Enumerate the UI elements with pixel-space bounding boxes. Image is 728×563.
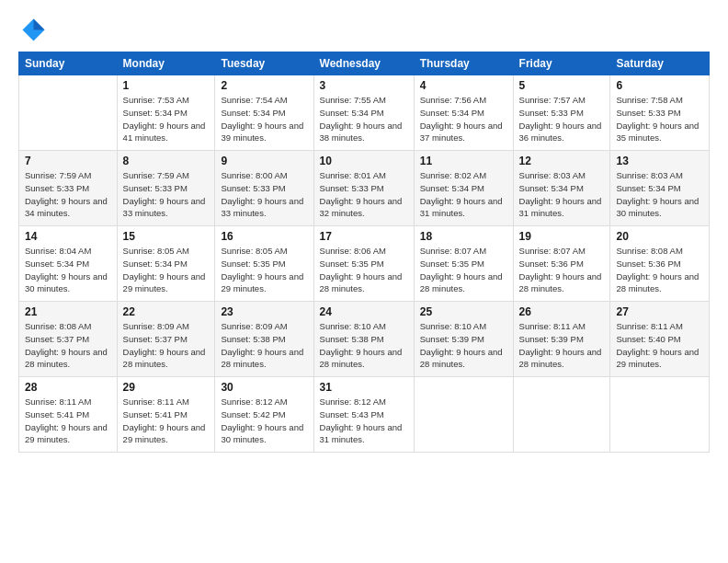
cell-info: Sunrise: 8:09 AMSunset: 5:38 PMDaylight:… (221, 320, 307, 371)
col-header-wednesday: Wednesday (313, 52, 414, 75)
cell-info: Sunrise: 8:06 AMSunset: 5:35 PMDaylight:… (320, 245, 408, 295)
cell-info: Sunrise: 8:02 AMSunset: 5:34 PMDaylight:… (420, 169, 507, 220)
calendar-cell: 2Sunrise: 7:54 AMSunset: 5:34 PMDaylight… (215, 75, 313, 151)
cell-info: Sunrise: 7:58 AMSunset: 5:33 PMDaylight:… (616, 94, 703, 144)
calendar-cell (610, 377, 710, 453)
cell-info: Sunrise: 7:55 AMSunset: 5:34 PMDaylight:… (320, 94, 408, 144)
cell-info: Sunrise: 7:56 AMSunset: 5:34 PMDaylight:… (420, 94, 507, 144)
svg-marker-1 (34, 19, 45, 30)
calendar-cell: 1Sunrise: 7:53 AMSunset: 5:34 PMDaylight… (117, 75, 215, 151)
cell-info: Sunrise: 8:11 AMSunset: 5:41 PMDaylight:… (25, 396, 111, 446)
col-header-friday: Friday (513, 52, 610, 75)
calendar-cell: 17Sunrise: 8:06 AMSunset: 5:35 PMDayligh… (313, 226, 414, 302)
day-number: 24 (320, 305, 408, 318)
day-number: 10 (320, 155, 408, 167)
day-number: 18 (420, 230, 507, 243)
cell-info: Sunrise: 8:10 AMSunset: 5:38 PMDaylight:… (320, 320, 408, 371)
col-header-sunday: Sunday (19, 52, 118, 75)
calendar-cell: 27Sunrise: 8:11 AMSunset: 5:40 PMDayligh… (610, 302, 710, 377)
cell-info: Sunrise: 8:11 AMSunset: 5:40 PMDaylight:… (616, 320, 703, 371)
cell-info: Sunrise: 7:59 AMSunset: 5:33 PMDaylight:… (123, 169, 210, 220)
week-row-1: 7Sunrise: 7:59 AMSunset: 5:33 PMDaylight… (19, 151, 710, 226)
cell-info: Sunrise: 7:59 AMSunset: 5:33 PMDaylight:… (25, 169, 111, 220)
col-header-monday: Monday (117, 52, 215, 75)
calendar-cell: 5Sunrise: 7:57 AMSunset: 5:33 PMDaylight… (513, 75, 610, 151)
day-number: 2 (221, 79, 307, 92)
calendar-cell: 30Sunrise: 8:12 AMSunset: 5:42 PMDayligh… (215, 377, 313, 453)
cell-info: Sunrise: 7:53 AMSunset: 5:34 PMDaylight:… (123, 94, 210, 144)
day-number: 26 (519, 305, 605, 318)
cell-info: Sunrise: 8:05 AMSunset: 5:35 PMDaylight:… (221, 245, 307, 295)
calendar-cell: 18Sunrise: 8:07 AMSunset: 5:35 PMDayligh… (414, 226, 513, 302)
calendar-cell: 3Sunrise: 7:55 AMSunset: 5:34 PMDaylight… (313, 75, 414, 151)
week-row-4: 28Sunrise: 8:11 AMSunset: 5:41 PMDayligh… (19, 377, 710, 453)
day-number: 11 (420, 155, 507, 167)
cell-info: Sunrise: 8:10 AMSunset: 5:39 PMDaylight:… (420, 320, 507, 371)
day-number: 8 (123, 155, 210, 167)
day-number: 6 (616, 79, 703, 92)
day-number: 16 (221, 230, 307, 243)
cell-info: Sunrise: 8:01 AMSunset: 5:33 PMDaylight:… (320, 169, 408, 220)
calendar-cell: 25Sunrise: 8:10 AMSunset: 5:39 PMDayligh… (414, 302, 513, 377)
cell-info: Sunrise: 7:54 AMSunset: 5:34 PMDaylight:… (221, 94, 307, 144)
day-number: 13 (616, 155, 703, 167)
day-number: 29 (123, 381, 210, 394)
day-number: 22 (123, 305, 210, 318)
logo (18, 15, 50, 42)
day-number: 21 (25, 305, 111, 318)
cell-info: Sunrise: 8:05 AMSunset: 5:34 PMDaylight:… (123, 245, 210, 295)
day-number: 5 (519, 79, 605, 92)
day-number: 17 (320, 230, 408, 243)
calendar-cell (513, 377, 610, 453)
day-number: 23 (221, 305, 307, 318)
cell-info: Sunrise: 8:11 AMSunset: 5:39 PMDaylight:… (519, 320, 605, 371)
calendar-cell: 15Sunrise: 8:05 AMSunset: 5:34 PMDayligh… (117, 226, 215, 302)
day-number: 7 (25, 155, 111, 167)
page: SundayMondayTuesdayWednesdayThursdayFrid… (0, 0, 728, 563)
col-header-thursday: Thursday (414, 52, 513, 75)
day-number: 1 (123, 79, 210, 92)
day-number: 28 (25, 381, 111, 394)
header-row: SundayMondayTuesdayWednesdayThursdayFrid… (19, 52, 710, 75)
day-number: 27 (616, 305, 703, 318)
cell-info: Sunrise: 8:03 AMSunset: 5:34 PMDaylight:… (616, 169, 703, 220)
cell-info: Sunrise: 8:00 AMSunset: 5:33 PMDaylight:… (221, 169, 307, 220)
day-number: 14 (25, 230, 111, 243)
cell-info: Sunrise: 8:08 AMSunset: 5:37 PMDaylight:… (25, 320, 111, 371)
calendar-cell: 23Sunrise: 8:09 AMSunset: 5:38 PMDayligh… (215, 302, 313, 377)
calendar-cell: 14Sunrise: 8:04 AMSunset: 5:34 PMDayligh… (19, 226, 118, 302)
calendar-cell: 31Sunrise: 8:12 AMSunset: 5:43 PMDayligh… (313, 377, 414, 453)
week-row-2: 14Sunrise: 8:04 AMSunset: 5:34 PMDayligh… (19, 226, 710, 302)
cell-info: Sunrise: 8:07 AMSunset: 5:36 PMDaylight:… (519, 245, 605, 295)
logo-icon (18, 15, 46, 42)
day-number: 3 (320, 79, 408, 92)
calendar-cell: 7Sunrise: 7:59 AMSunset: 5:33 PMDaylight… (19, 151, 118, 226)
calendar-table: SundayMondayTuesdayWednesdayThursdayFrid… (18, 52, 710, 453)
day-number: 30 (221, 381, 307, 394)
calendar-cell: 16Sunrise: 8:05 AMSunset: 5:35 PMDayligh… (215, 226, 313, 302)
day-number: 9 (221, 155, 307, 167)
calendar-cell: 10Sunrise: 8:01 AMSunset: 5:33 PMDayligh… (313, 151, 414, 226)
cell-info: Sunrise: 8:09 AMSunset: 5:37 PMDaylight:… (123, 320, 210, 371)
calendar-cell: 28Sunrise: 8:11 AMSunset: 5:41 PMDayligh… (19, 377, 118, 453)
calendar-cell: 21Sunrise: 8:08 AMSunset: 5:37 PMDayligh… (19, 302, 118, 377)
day-number: 4 (420, 79, 507, 92)
day-number: 20 (616, 230, 703, 243)
calendar-cell: 4Sunrise: 7:56 AMSunset: 5:34 PMDaylight… (414, 75, 513, 151)
cell-info: Sunrise: 8:12 AMSunset: 5:42 PMDaylight:… (221, 396, 307, 446)
calendar-cell: 8Sunrise: 7:59 AMSunset: 5:33 PMDaylight… (117, 151, 215, 226)
week-row-3: 21Sunrise: 8:08 AMSunset: 5:37 PMDayligh… (19, 302, 710, 377)
cell-info: Sunrise: 8:08 AMSunset: 5:36 PMDaylight:… (616, 245, 703, 295)
cell-info: Sunrise: 8:03 AMSunset: 5:34 PMDaylight:… (519, 169, 605, 220)
header (18, 15, 710, 42)
calendar-cell: 26Sunrise: 8:11 AMSunset: 5:39 PMDayligh… (513, 302, 610, 377)
day-number: 31 (320, 381, 408, 394)
day-number: 25 (420, 305, 507, 318)
week-row-0: 1Sunrise: 7:53 AMSunset: 5:34 PMDaylight… (19, 75, 710, 151)
calendar-cell: 6Sunrise: 7:58 AMSunset: 5:33 PMDaylight… (610, 75, 710, 151)
calendar-cell: 24Sunrise: 8:10 AMSunset: 5:38 PMDayligh… (313, 302, 414, 377)
calendar-cell: 22Sunrise: 8:09 AMSunset: 5:37 PMDayligh… (117, 302, 215, 377)
cell-info: Sunrise: 7:57 AMSunset: 5:33 PMDaylight:… (519, 94, 605, 144)
calendar-cell (414, 377, 513, 453)
calendar-cell: 11Sunrise: 8:02 AMSunset: 5:34 PMDayligh… (414, 151, 513, 226)
